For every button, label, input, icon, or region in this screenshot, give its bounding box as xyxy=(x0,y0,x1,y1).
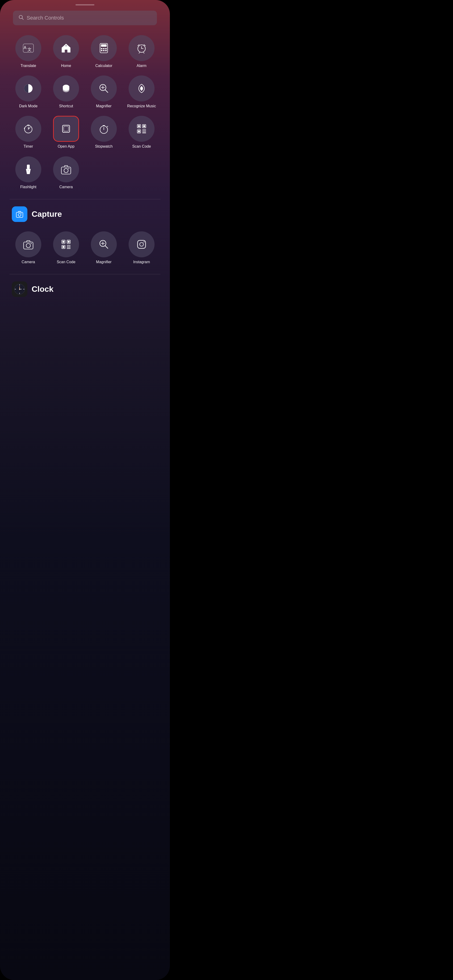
capture-grid: Camera Scan Code xyxy=(0,229,170,267)
svg-rect-53 xyxy=(61,167,71,174)
search-bar[interactable]: Search Controls xyxy=(13,11,157,25)
dark-mode-icon-wrap xyxy=(15,75,41,102)
svg-point-79 xyxy=(144,241,145,242)
capture-camera-icon-wrap xyxy=(15,231,41,257)
shortcut-icon-wrap xyxy=(53,75,79,102)
clock-section-title: Clock xyxy=(32,285,54,294)
svg-point-55 xyxy=(69,168,69,169)
section-divider-1 xyxy=(10,199,160,199)
svg-line-20 xyxy=(144,52,144,53)
svg-point-78 xyxy=(140,242,144,246)
svg-rect-13 xyxy=(105,50,107,51)
flashlight-label: Flashlight xyxy=(20,185,36,189)
camera-label: Camera xyxy=(59,185,73,189)
capture-magnifier-label: Magnifier xyxy=(96,260,112,264)
capture-instagram[interactable]: Instagram xyxy=(123,229,160,267)
svg-text:A: A xyxy=(24,45,26,50)
stopwatch-icon-wrap xyxy=(91,116,117,142)
control-magnifier[interactable]: Magnifier xyxy=(85,73,123,111)
capture-scan-code-icon-wrap xyxy=(53,231,79,257)
scan-code-icon-wrap xyxy=(129,116,155,142)
dark-mode-label: Dark Mode xyxy=(19,104,38,108)
svg-text:文: 文 xyxy=(27,47,32,52)
svg-line-19 xyxy=(139,52,140,53)
open-app-label: Open App xyxy=(57,144,74,149)
capture-camera-label: Camera xyxy=(22,260,35,264)
svg-point-57 xyxy=(18,213,21,216)
timer-icon-wrap xyxy=(15,116,41,142)
search-placeholder: Search Controls xyxy=(27,15,64,21)
camera-icon-wrap xyxy=(53,156,79,182)
svg-rect-50 xyxy=(27,165,30,169)
capture-instagram-label: Instagram xyxy=(133,260,150,264)
control-flashlight[interactable]: Flashlight xyxy=(10,154,47,192)
calculator-label: Calculator xyxy=(95,64,112,68)
svg-rect-56 xyxy=(16,212,23,218)
svg-point-61 xyxy=(31,243,32,244)
capture-section-header: Capture xyxy=(0,206,170,222)
phone-frame: Search Controls A 文 Translate Home xyxy=(0,0,170,980)
alarm-label: Alarm xyxy=(137,64,147,68)
control-home[interactable]: Home xyxy=(47,32,85,71)
scan-code-label: Scan Code xyxy=(132,144,151,149)
svg-rect-12 xyxy=(103,50,105,51)
control-calculator[interactable]: Calculator xyxy=(85,32,123,71)
translate-icon-wrap: A 文 xyxy=(15,35,41,61)
flashlight-icon-wrap xyxy=(15,156,41,182)
translate-label: Translate xyxy=(21,64,36,68)
control-open-app[interactable]: Open App xyxy=(47,113,85,151)
capture-magnifier[interactable]: Magnifier xyxy=(85,229,123,267)
svg-point-5 xyxy=(65,45,67,46)
control-scan-code[interactable]: Scan Code xyxy=(123,113,160,151)
svg-marker-51 xyxy=(26,169,31,174)
recognize-music-icon-wrap xyxy=(129,75,155,102)
shortcut-label: Shortcut xyxy=(59,104,73,108)
capture-scan-code-label: Scan Code xyxy=(57,260,75,264)
svg-rect-65 xyxy=(68,241,70,243)
capture-magnifier-icon-wrap xyxy=(91,231,117,257)
capture-scan-code[interactable]: Scan Code xyxy=(47,229,85,267)
svg-rect-8 xyxy=(101,48,102,49)
home-label: Home xyxy=(61,64,71,68)
control-alarm[interactable]: Alarm xyxy=(123,32,160,71)
recognize-music-label: Recognize Music xyxy=(127,104,156,108)
calculator-icon-wrap xyxy=(91,35,117,61)
svg-line-26 xyxy=(105,90,108,92)
timer-label: Timer xyxy=(24,144,33,149)
capture-section-icon xyxy=(12,206,27,222)
control-recognize-music[interactable]: Recognize Music xyxy=(123,73,160,111)
control-stopwatch[interactable]: Stopwatch xyxy=(85,113,123,151)
control-translate[interactable]: A 文 Translate xyxy=(10,32,47,71)
svg-rect-63 xyxy=(62,241,64,243)
capture-camera[interactable]: Camera xyxy=(10,229,47,267)
control-camera[interactable]: Camera xyxy=(47,154,85,192)
clock-section-header: Clock xyxy=(0,282,170,297)
svg-line-1 xyxy=(22,18,24,20)
section-divider-2 xyxy=(10,274,160,274)
svg-point-24 xyxy=(63,86,69,91)
open-app-icon-wrap xyxy=(53,116,79,142)
drag-handle xyxy=(75,4,94,5)
stopwatch-label: Stopwatch xyxy=(95,144,113,149)
svg-rect-44 xyxy=(138,130,140,132)
clock-section-icon xyxy=(12,282,27,297)
control-dark-mode[interactable]: Dark Mode xyxy=(10,73,47,111)
svg-point-89 xyxy=(19,289,20,290)
alarm-icon-wrap xyxy=(129,35,155,61)
control-shortcut[interactable]: Shortcut xyxy=(47,73,85,111)
svg-line-74 xyxy=(105,246,108,248)
svg-rect-9 xyxy=(103,48,105,49)
svg-rect-67 xyxy=(62,246,64,248)
svg-rect-10 xyxy=(105,48,107,49)
capture-section-title: Capture xyxy=(32,210,62,219)
magnifier-icon-wrap xyxy=(91,75,117,102)
control-timer[interactable]: Timer xyxy=(10,113,47,151)
svg-point-54 xyxy=(64,169,68,173)
controls-grid: A 文 Translate Home xyxy=(0,32,170,192)
svg-rect-7 xyxy=(101,45,107,47)
home-icon-wrap xyxy=(53,35,79,61)
svg-line-38 xyxy=(107,126,108,127)
svg-point-60 xyxy=(26,243,30,248)
svg-rect-11 xyxy=(101,50,102,51)
search-icon xyxy=(18,14,24,21)
